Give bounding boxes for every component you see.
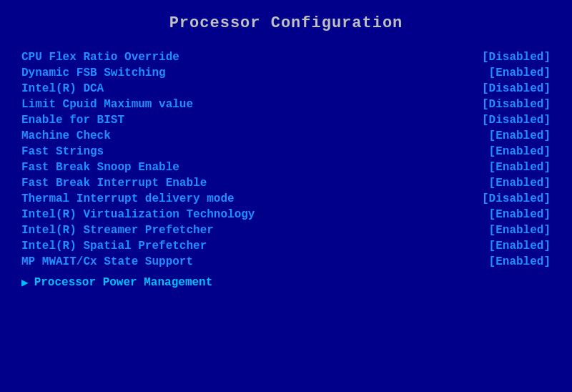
- menu-item-value: [Enabled]: [489, 224, 551, 237]
- menu-item-label: CPU Flex Ratio Override: [21, 51, 179, 64]
- menu-list: CPU Flex Ratio Override[Disabled]Dynamic…: [21, 49, 551, 270]
- menu-item-label: Thermal Interrupt delivery mode: [21, 192, 235, 205]
- menu-item-value: [Enabled]: [489, 161, 551, 174]
- submenu-arrow: ▶: [21, 275, 29, 290]
- menu-item-value: [Enabled]: [489, 145, 551, 158]
- menu-item-label: Enable for BIST: [21, 114, 124, 127]
- menu-item-label: Limit Cpuid Maximum value: [21, 98, 193, 111]
- menu-item-label: Fast Break Interrupt Enable: [21, 177, 207, 190]
- menu-item[interactable]: Thermal Interrupt delivery mode[Disabled…: [21, 191, 551, 207]
- menu-item-value: [Disabled]: [482, 51, 551, 64]
- menu-item[interactable]: Intel(R) DCA[Disabled]: [21, 81, 551, 97]
- menu-item-value: [Disabled]: [482, 82, 551, 95]
- submenu-label: Processor Power Management: [34, 276, 213, 289]
- menu-item-value: [Enabled]: [489, 255, 551, 268]
- menu-item-label: Fast Break Snoop Enable: [21, 161, 179, 174]
- menu-item[interactable]: Intel(R) Virtualization Technology[Enabl…: [21, 207, 551, 222]
- menu-item-value: [Enabled]: [489, 67, 551, 79]
- menu-item-value: [Enabled]: [489, 129, 551, 142]
- page-title: Processor Configuration: [21, 14, 551, 32]
- menu-item[interactable]: CPU Flex Ratio Override[Disabled]: [21, 49, 551, 65]
- menu-item-value: [Disabled]: [482, 114, 551, 127]
- menu-item-label: Fast Strings: [21, 145, 104, 158]
- menu-item-label: Intel(R) Spatial Prefetcher: [21, 240, 207, 253]
- menu-item[interactable]: Dynamic FSB Switching[Enabled]: [21, 65, 551, 81]
- menu-item[interactable]: Limit Cpuid Maximum value[Disabled]: [21, 97, 551, 112]
- menu-item-label: Intel(R) DCA: [21, 82, 104, 95]
- menu-item-label: Dynamic FSB Switching: [21, 67, 166, 79]
- menu-item-value: [Enabled]: [489, 240, 551, 253]
- menu-item[interactable]: Fast Strings[Enabled]: [21, 144, 551, 160]
- menu-item[interactable]: Fast Break Snoop Enable[Enabled]: [21, 160, 551, 175]
- submenu-processor-power[interactable]: ▶ Processor Power Management: [21, 274, 551, 291]
- menu-item[interactable]: Intel(R) Streamer Prefetcher[Enabled]: [21, 222, 551, 238]
- menu-item-value: [Disabled]: [482, 192, 551, 205]
- menu-item[interactable]: Fast Break Interrupt Enable[Enabled]: [21, 175, 551, 191]
- menu-item[interactable]: Machine Check[Enabled]: [21, 128, 551, 144]
- menu-item-value: [Disabled]: [482, 98, 551, 111]
- menu-item[interactable]: Intel(R) Spatial Prefetcher[Enabled]: [21, 238, 551, 254]
- menu-item-label: Machine Check: [21, 129, 111, 142]
- menu-item-label: Intel(R) Virtualization Technology: [21, 208, 255, 221]
- menu-item[interactable]: MP MWAIT/Cx State Support[Enabled]: [21, 254, 551, 270]
- menu-item-label: Intel(R) Streamer Prefetcher: [21, 224, 214, 237]
- menu-item[interactable]: Enable for BIST[Disabled]: [21, 112, 551, 128]
- menu-item-value: [Enabled]: [489, 208, 551, 221]
- menu-item-value: [Enabled]: [489, 177, 551, 190]
- bios-screen: Processor Configuration CPU Flex Ratio O…: [0, 0, 572, 392]
- menu-item-label: MP MWAIT/Cx State Support: [21, 255, 193, 268]
